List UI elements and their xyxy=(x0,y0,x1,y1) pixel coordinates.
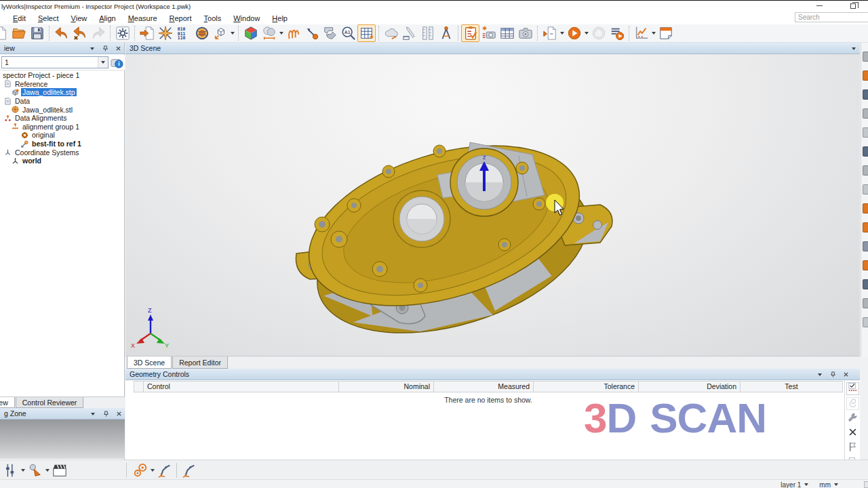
comparison-points-button[interactable] xyxy=(284,24,302,42)
zoom-region-button[interactable]: A1 xyxy=(339,24,357,42)
column-deviation[interactable]: Deviation xyxy=(639,381,741,392)
probe-button[interactable] xyxy=(302,24,321,42)
edit-wrench-button[interactable] xyxy=(846,412,859,425)
scene-menu-button[interactable] xyxy=(850,45,857,53)
cut-toolbar-icon-13[interactable] xyxy=(863,279,868,289)
menu-window[interactable]: Window xyxy=(227,13,266,24)
annotations-button[interactable] xyxy=(656,24,675,42)
cut-toolbar-icon-12[interactable] xyxy=(863,260,868,270)
restore-button[interactable] xyxy=(844,1,863,11)
cut-toolbar-icon-8[interactable] xyxy=(863,184,868,195)
controls-pin-button[interactable] xyxy=(829,371,836,379)
save-project-button[interactable] xyxy=(28,24,46,42)
report-table-button[interactable] xyxy=(498,24,516,42)
display-options-button[interactable] xyxy=(1,462,20,479)
cut-toolbar-icon-9[interactable] xyxy=(863,203,868,214)
delete-control-button[interactable] xyxy=(846,427,859,440)
device-position-button[interactable] xyxy=(155,462,174,479)
cut-toolbar-icon-1[interactable] xyxy=(863,52,868,62)
controls-menu-button[interactable] xyxy=(816,371,823,379)
menu-select[interactable]: Select xyxy=(32,13,65,24)
cut-toolbar-icon-2[interactable] xyxy=(863,70,868,81)
digital-readout-button[interactable]: 010011110 xyxy=(174,24,193,42)
tab-report-editor[interactable]: Report Editor xyxy=(172,357,228,369)
zone-preview[interactable] xyxy=(0,420,125,459)
column-measured[interactable]: Measured xyxy=(434,381,534,392)
measure-control-button[interactable] xyxy=(846,382,859,395)
stop-sequence-button[interactable] xyxy=(589,24,608,42)
menu-view[interactable]: View xyxy=(65,13,94,24)
piece-selector-dropdown[interactable] xyxy=(98,57,108,68)
cut-toolbar-icon-14[interactable] xyxy=(863,298,868,308)
caliper-button[interactable] xyxy=(321,24,339,42)
3d-model[interactable]: z Z X Y xyxy=(125,54,860,356)
tree-item-world[interactable]: world xyxy=(0,157,124,165)
piece-info-button[interactable]: i xyxy=(110,56,123,69)
cut-toolbar-icon-4[interactable] xyxy=(863,108,868,119)
projector-dropdown[interactable] xyxy=(44,462,50,479)
tree-item-data-alignments[interactable]: Data Alignments xyxy=(0,114,124,123)
tree-item-best-fit-to-ref-1[interactable]: best-fit to ref 1 xyxy=(0,140,124,148)
tree-view-menu-button[interactable] xyxy=(89,45,96,53)
axes-reference-dropdown[interactable] xyxy=(229,24,235,42)
probing-device-button[interactable] xyxy=(193,24,211,42)
search-input[interactable] xyxy=(795,12,868,22)
macro-sequence-button[interactable] xyxy=(608,24,626,42)
tree-item-alignment-group-1[interactable]: alignment group 1 xyxy=(0,123,124,131)
export-report-button[interactable] xyxy=(540,24,559,42)
review-chart-dropdown[interactable] xyxy=(650,24,656,42)
tab-iew[interactable]: iew xyxy=(0,397,15,408)
zone-menu-button[interactable] xyxy=(90,410,96,418)
tab-control-reviewer[interactable]: Control Reviewer xyxy=(16,397,84,408)
measure-gauge-button[interactable] xyxy=(418,24,437,42)
export-report-dropdown[interactable] xyxy=(559,24,565,42)
axes-reference-button[interactable] xyxy=(211,24,229,42)
cut-toolbar-icon-10[interactable] xyxy=(863,222,868,232)
cut-toolbar-icon-15[interactable] xyxy=(863,317,868,327)
new-document-button[interactable] xyxy=(0,24,9,42)
tree-item-coordinate-systems[interactable]: Coordinate Systems xyxy=(0,148,124,157)
measure-cloud-button[interactable] xyxy=(382,24,400,42)
projector-button[interactable] xyxy=(26,462,44,479)
measure-stylus-button[interactable] xyxy=(400,24,418,42)
play-sequence-dropdown[interactable] xyxy=(583,24,589,42)
measure-dimensions-button[interactable] xyxy=(260,24,278,42)
undo-all-button[interactable] xyxy=(71,24,89,42)
device-position-alt-button[interactable] xyxy=(180,462,198,479)
tree-item-jawa-odlitek-stp[interactable]: Jawa_odlitek.stp xyxy=(0,88,124,97)
probe-spiral-button[interactable] xyxy=(846,397,859,410)
control-grid-button[interactable] xyxy=(357,24,376,42)
review-chart-button[interactable] xyxy=(632,24,650,42)
tree-item-jawa-odlitek-stl[interactable]: Jawa_odlitek.stl xyxy=(0,105,124,114)
layer-select[interactable]: layer 1 xyxy=(781,481,808,488)
tree-item-data[interactable]: Data xyxy=(0,97,124,106)
units-select[interactable]: mm xyxy=(819,481,838,488)
tree-item-original[interactable]: original xyxy=(0,131,124,140)
targets-dropdown[interactable] xyxy=(149,462,155,479)
scene-viewport[interactable]: z Z X Y xyxy=(125,54,860,356)
cut-toolbar-icon-3[interactable] xyxy=(863,89,868,100)
open-project-button[interactable] xyxy=(9,24,28,42)
add-snapshot-button[interactable] xyxy=(479,24,498,42)
play-sequence-button[interactable] xyxy=(565,24,583,42)
compass-divider-button[interactable] xyxy=(437,24,455,42)
scene-capture-button[interactable] xyxy=(50,462,68,479)
snapshot-camera-button[interactable] xyxy=(516,24,534,42)
alignments-button[interactable] xyxy=(156,24,174,42)
tree-item-spector-project-piece-1[interactable]: spector Project - piece 1 xyxy=(0,71,124,80)
flag-control-button[interactable] xyxy=(846,442,859,455)
redo-button[interactable] xyxy=(89,24,107,42)
menu-edit[interactable]: Edit xyxy=(7,13,32,24)
undo-button[interactable] xyxy=(52,24,71,42)
menu-align[interactable]: Align xyxy=(93,13,121,24)
menu-report[interactable]: Report xyxy=(163,13,198,24)
minimize-button[interactable] xyxy=(810,1,829,11)
tab-3d-scene[interactable]: 3D Scene xyxy=(127,357,172,369)
color-map-button[interactable] xyxy=(241,24,260,42)
options-button[interactable] xyxy=(113,24,132,42)
column-tolerance[interactable]: Tolerance xyxy=(534,381,639,392)
control-checklist-button[interactable] xyxy=(461,24,479,42)
import-data-button[interactable] xyxy=(138,24,156,42)
tree-view-pin-button[interactable] xyxy=(102,45,108,53)
column-test[interactable]: Test xyxy=(741,381,843,392)
